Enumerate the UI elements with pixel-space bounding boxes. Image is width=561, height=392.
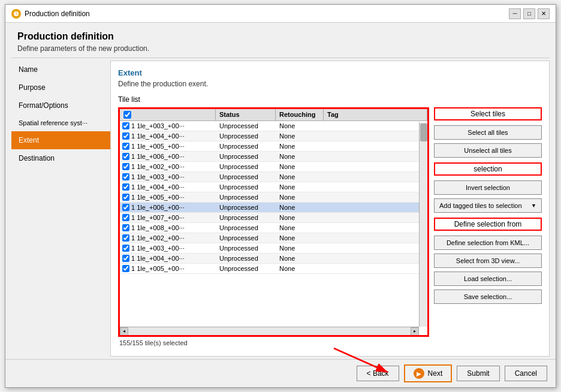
tile-status: Unprocessed (216, 182, 276, 192)
col-header-retouching: Retouching (276, 109, 324, 120)
tile-checkbox[interactable] (122, 143, 129, 150)
tile-name: 1 1le_+003_+00··· (131, 122, 185, 129)
sidebar-item-format[interactable]: Format/Options (11, 97, 110, 114)
table-row: 1 1le_+003_+00··· Unprocessed None (120, 121, 427, 131)
window-title: Production definition (25, 10, 90, 18)
tile-checkbox[interactable] (122, 224, 129, 231)
load-selection-button[interactable]: Load selection... (434, 272, 542, 286)
tile-tag (324, 237, 427, 239)
tile-checkbox[interactable] (122, 204, 129, 211)
sidebar-item-extent[interactable]: Extent (11, 131, 110, 149)
table-row: 1 1le_+005_+00··· Unprocessed None (120, 192, 427, 203)
tile-checkbox[interactable] (122, 163, 129, 170)
selection-annotation: selection (434, 162, 542, 176)
tile-checkbox[interactable] (122, 153, 129, 160)
tile-status: Unprocessed (216, 192, 276, 202)
tile-status: Unprocessed (216, 233, 276, 243)
close-button[interactable]: ✕ (538, 8, 550, 19)
scroll-right-button[interactable]: ▸ (411, 327, 419, 336)
table-row: 1 1le_+002_+00··· Unprocessed None (120, 233, 427, 243)
tile-status: Unprocessed (216, 121, 276, 131)
page-title: Production definition (17, 31, 544, 42)
scroll-left-button[interactable]: ◂ (120, 327, 128, 336)
table-body[interactable]: 1 1le_+003_+00··· Unprocessed None 1 1le… (120, 121, 427, 274)
table-row: 1 1le_+008_+00··· Unprocessed None (120, 223, 427, 233)
select-3d-button[interactable]: Select from 3D view... (434, 254, 542, 268)
table-row: 1 1le_+004_+00··· Unprocessed None (120, 254, 427, 264)
maximize-button[interactable]: □ (523, 8, 535, 19)
main-content: Extent Define the production exent. Tile… (110, 61, 550, 357)
tile-tag (324, 247, 427, 249)
tile-checkbox[interactable] (122, 183, 129, 191)
tile-checkbox[interactable] (122, 234, 129, 242)
tile-checkbox[interactable] (122, 255, 129, 262)
next-button[interactable]: ▶ Next (404, 364, 453, 382)
minimize-button[interactable]: ─ (509, 8, 521, 19)
next-label: Next (428, 369, 443, 378)
horizontal-scrollbar[interactable]: ◂ ▸ (120, 327, 419, 335)
tile-tag (324, 206, 427, 209)
cancel-button[interactable]: Cancel (505, 366, 547, 381)
tile-name: 1 1le_+002_+00··· (131, 163, 185, 170)
window-body: Name Purpose Format/Options Spatial refe… (5, 58, 556, 359)
table-row: 1 1le_+002_+00··· Unprocessed None (120, 162, 427, 172)
tile-retouching: None (276, 264, 324, 273)
col-header-status: Status (216, 109, 276, 120)
tile-tag (324, 186, 427, 188)
tile-list-label: Tile list (118, 95, 542, 104)
unselect-all-tiles-button[interactable]: Unselect all tiles (434, 143, 542, 158)
tile-count: 155/155 tile(s) selected (118, 337, 429, 349)
right-buttons: Select all tiles Unselect all tiles sele… (434, 124, 542, 304)
tile-tag (324, 196, 427, 198)
tile-name: 1 1le_+005_+00··· (131, 143, 185, 150)
add-tagged-dropdown[interactable]: Add tagged tiles to selection ▼ (434, 198, 542, 213)
save-selection-button[interactable]: Save selection... (434, 290, 542, 304)
back-button[interactable]: < Back (357, 366, 399, 381)
sidebar-item-spatial[interactable]: Spatial reference syst··· (11, 114, 110, 131)
sidebar-item-purpose[interactable]: Purpose (11, 79, 110, 97)
tile-name: 1 1le_+005_+00··· (131, 265, 185, 272)
tile-tag (324, 216, 427, 219)
tile-retouching: None (276, 152, 324, 161)
tile-name: 1 1le_+006_+00··· (131, 153, 185, 160)
tile-checkbox[interactable] (122, 214, 129, 221)
tile-checkbox[interactable] (122, 122, 129, 129)
table-row: 1 1le_+006_+00··· Unprocessed None (120, 152, 427, 162)
invert-selection-button[interactable]: Invert selection (434, 180, 542, 195)
tile-retouching: None (276, 213, 324, 222)
tile-checkbox[interactable] (122, 132, 129, 140)
tile-tag (324, 176, 427, 178)
select-all-tiles-button[interactable]: Select all tiles (434, 125, 542, 140)
section-title: Extent (118, 68, 542, 77)
tile-checkbox[interactable] (122, 245, 129, 252)
tile-retouching: None (276, 182, 324, 192)
tile-retouching: None (276, 131, 324, 141)
main-window: Production definition ─ □ ✕ Production d… (5, 4, 556, 388)
submit-button[interactable]: Submit (457, 366, 499, 381)
sidebar-item-destination[interactable]: Destination (11, 149, 110, 167)
tile-status: Unprocessed (216, 254, 276, 263)
title-bar: Production definition ─ □ ✕ (5, 5, 556, 23)
table-header: Status Retouching Tag (120, 109, 427, 121)
tile-checkbox[interactable] (122, 173, 129, 180)
title-buttons: ─ □ ✕ (509, 8, 550, 19)
tile-checkbox[interactable] (122, 194, 129, 201)
tile-status: Unprocessed (216, 172, 276, 182)
table-row: 1 1le_+004_+00··· Unprocessed None (120, 182, 427, 192)
define-from-kml-button[interactable]: Define selection from KML... (434, 236, 542, 250)
tile-retouching: None (276, 233, 324, 243)
tile-name: 1 1le_+004_+00··· (131, 183, 185, 191)
tile-checkbox[interactable] (122, 265, 129, 272)
tile-retouching: None (276, 192, 324, 202)
right-panel: Select tiles Select all tiles Unselect a… (434, 107, 542, 349)
tile-name: 1 1le_+002_+00··· (131, 234, 185, 242)
tile-status: Unprocessed (216, 162, 276, 171)
tile-name: 1 1le_+007_+00··· (131, 214, 185, 221)
vertical-scrollbar[interactable] (419, 122, 427, 327)
sidebar-item-name[interactable]: Name (11, 61, 110, 79)
tile-status: Unprocessed (216, 131, 276, 141)
tile-tag (324, 267, 427, 270)
table-row: 1 1le_+006_+00··· Unprocessed None (120, 203, 427, 213)
select-all-checkbox[interactable] (123, 111, 131, 119)
app-icon (11, 9, 21, 19)
